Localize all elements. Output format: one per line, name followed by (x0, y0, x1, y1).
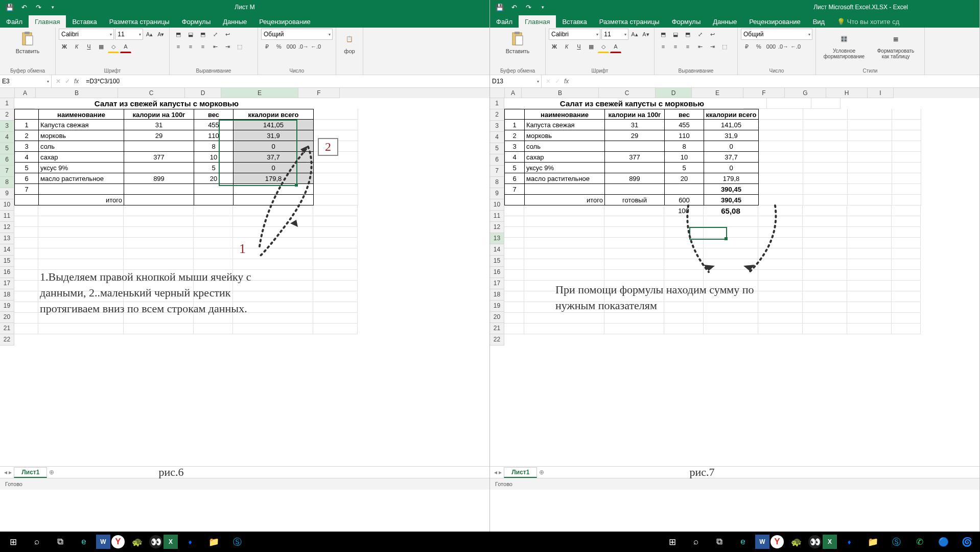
cell[interactable] (604, 227, 664, 238)
cell[interactable] (194, 184, 234, 195)
cell[interactable] (892, 313, 921, 324)
row-header[interactable]: 10 (490, 199, 504, 211)
whatsapp-icon[interactable]: ✆ (908, 532, 931, 552)
excel-icon[interactable]: X (823, 535, 837, 549)
search-icon[interactable]: ⌕ (26, 532, 48, 552)
align-top-icon[interactable]: ⬒ (173, 29, 184, 40)
redo-icon[interactable]: ↷ (33, 2, 44, 13)
cell[interactable] (892, 205, 921, 216)
undo-icon[interactable]: ↶ (508, 2, 520, 13)
dec-decimal-icon[interactable]: ←.0 (310, 41, 321, 52)
grow-font-icon[interactable]: A▴ (144, 29, 154, 40)
cell[interactable] (14, 291, 38, 302)
paste-button[interactable]: Вставить (493, 29, 542, 56)
cell[interactable] (605, 141, 665, 152)
align-left-icon[interactable]: ≡ (173, 41, 184, 52)
cell[interactable] (504, 324, 524, 334)
cell[interactable]: морковь (525, 130, 605, 141)
cell[interactable] (604, 216, 664, 227)
cell[interactable]: 899 (605, 173, 665, 184)
cell[interactable] (803, 163, 848, 173)
cell[interactable] (14, 227, 38, 238)
cell[interactable]: 29 (124, 130, 194, 141)
cell[interactable]: 6 (504, 173, 525, 184)
row-header[interactable]: 14 (490, 244, 504, 256)
cell[interactable] (892, 141, 921, 152)
cell[interactable]: 10 (194, 152, 234, 163)
cell[interactable] (892, 259, 921, 270)
cell[interactable] (847, 302, 892, 313)
cell[interactable] (38, 324, 124, 334)
cell[interactable] (504, 259, 524, 270)
italic-button[interactable]: К (71, 41, 82, 52)
cell[interactable] (504, 270, 524, 281)
cell[interactable] (803, 205, 847, 216)
cell[interactable] (759, 130, 803, 141)
cell[interactable]: 455 (194, 120, 234, 130)
row-header[interactable]: 6 (0, 154, 14, 166)
cell[interactable] (848, 173, 892, 184)
cell[interactable]: калории на 100г (124, 109, 194, 120)
row-header[interactable]: 12 (490, 222, 504, 233)
name-box[interactable]: E3 (0, 75, 52, 87)
cell[interactable] (892, 270, 921, 281)
cell[interactable] (313, 270, 358, 281)
cell[interactable]: соль (39, 141, 124, 152)
cell[interactable] (704, 216, 758, 227)
row-header[interactable]: 2 (490, 109, 504, 121)
sheet-tab[interactable]: Лист1 (504, 467, 537, 478)
ribbon-tab[interactable]: Главная (519, 15, 556, 28)
shrink-font-icon[interactable]: A▾ (156, 29, 166, 40)
cell[interactable] (124, 324, 194, 334)
cell[interactable] (803, 216, 847, 227)
col-header[interactable]: C (599, 88, 656, 98)
cell[interactable] (524, 216, 604, 227)
row-header[interactable]: 19 (490, 301, 504, 312)
cell[interactable] (758, 248, 803, 259)
cell[interactable] (759, 152, 803, 163)
cell[interactable]: 31,9 (704, 130, 759, 141)
cell[interactable] (892, 130, 921, 141)
cell[interactable]: 110 (194, 130, 234, 141)
cell[interactable]: 390,45 (704, 184, 759, 195)
cell[interactable] (803, 313, 847, 324)
cell[interactable] (524, 248, 604, 259)
skype-icon[interactable]: Ⓢ (885, 532, 907, 552)
cell[interactable] (664, 259, 704, 270)
cell[interactable] (194, 195, 234, 205)
cell[interactable] (848, 130, 892, 141)
cell[interactable] (847, 227, 892, 238)
bold-button[interactable]: Ж (549, 41, 560, 52)
save-icon[interactable]: 💾 (494, 2, 505, 13)
cell[interactable]: 0 (704, 141, 759, 152)
cell[interactable] (811, 98, 841, 109)
explorer-icon[interactable]: 📁 (861, 532, 884, 552)
cell[interactable]: 8 (194, 141, 234, 152)
row-header[interactable]: 18 (490, 289, 504, 301)
cell[interactable]: 10 (665, 152, 704, 163)
cell[interactable] (892, 281, 921, 291)
fx-icon[interactable]: fx (74, 78, 79, 85)
cell[interactable] (14, 109, 39, 120)
row-header[interactable]: 1 (490, 98, 504, 109)
cell[interactable] (504, 195, 525, 205)
cell[interactable] (504, 109, 525, 120)
cell[interactable] (704, 259, 758, 270)
underline-button[interactable]: Ч (573, 41, 585, 52)
italic-button[interactable]: К (561, 41, 572, 52)
ribbon-tab[interactable]: Главная (29, 15, 66, 28)
row-header[interactable]: 11 (0, 211, 14, 222)
cell[interactable] (664, 238, 704, 248)
cell[interactable] (604, 205, 664, 216)
cell[interactable]: итого (39, 195, 124, 205)
row-header[interactable]: 11 (490, 211, 504, 222)
col-header[interactable]: G (785, 88, 826, 98)
cell[interactable] (38, 238, 124, 248)
row-header[interactable]: 1 (0, 98, 14, 109)
ribbon-tab[interactable]: Файл (0, 15, 29, 28)
cell[interactable] (194, 324, 233, 334)
row-header[interactable]: 3 (0, 121, 14, 132)
cell[interactable] (758, 205, 803, 216)
row-header[interactable]: 13 (0, 233, 14, 244)
start-icon[interactable]: ⊞ (661, 532, 684, 552)
